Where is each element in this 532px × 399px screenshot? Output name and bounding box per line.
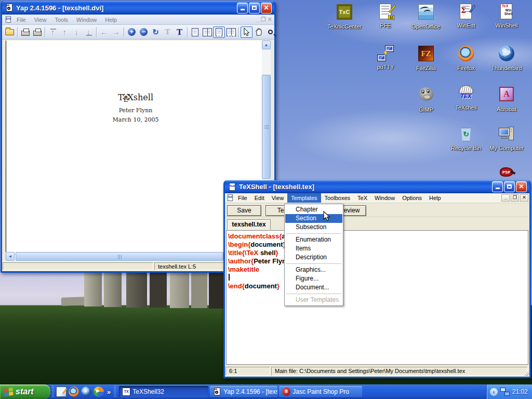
menu-item-enumeration[interactable]: Enumeration: [285, 235, 342, 244]
quicklaunch-show-desktop[interactable]: [56, 387, 66, 397]
texshell-menu-options[interactable]: Options: [398, 193, 425, 203]
menu-item-chapter[interactable]: Chapter: [285, 205, 342, 214]
forward-button[interactable]: →: [110, 26, 122, 38]
texshell-editor[interactable]: \documentclass{article}\begin{document}\…: [226, 230, 528, 365]
hand-tool-button[interactable]: [252, 26, 264, 38]
texshell-window: TeX TeXShell - [texshell.tex] ✕ TeX File…: [223, 180, 531, 378]
texshell-menu-help[interactable]: Help: [425, 193, 445, 203]
yap-mdi-buttons[interactable]: _❐✕: [256, 16, 272, 23]
yap-vscroll-thumb[interactable]: [262, 75, 271, 179]
zoom-out-button[interactable]: −: [138, 26, 150, 38]
scroll-up-button[interactable]: ▲: [262, 41, 271, 49]
magnifier-tool-button[interactable]: [264, 26, 276, 38]
select-pointer-button[interactable]: [241, 26, 252, 38]
mdi-close-icon: ✕: [268, 16, 272, 23]
yap-menu-window[interactable]: Window: [72, 16, 101, 24]
filezilla-icon: FZ: [417, 46, 435, 63]
desktop-icon-winshell[interactable]: TeXWin Shell WinShell: [483, 3, 530, 29]
texshell-menu-edit[interactable]: Edit: [251, 193, 268, 203]
code-line: [228, 274, 528, 282]
desktop-icon-thunderbird[interactable]: Thunderbird: [483, 45, 530, 71]
tab-texshell-tex[interactable]: texshell.tex: [227, 219, 271, 230]
menu-item-items[interactable]: Items: [285, 244, 342, 253]
texshell-menu-view[interactable]: View: [268, 193, 288, 203]
texshell-menu-toolboxes[interactable]: Toolboxes: [321, 193, 354, 203]
save-button[interactable]: Save: [227, 205, 261, 216]
print-button[interactable]: [19, 26, 31, 38]
yap-menu-view[interactable]: View: [30, 16, 51, 24]
ruler-tool-button[interactable]: T: [162, 26, 174, 38]
windows-logo-icon: [4, 387, 13, 396]
quicklaunch-media-player[interactable]: [94, 387, 104, 397]
quicklaunch-overflow-chevron[interactable]: »: [107, 388, 111, 396]
desktop-icon-pfe[interactable]: 32 PFE: [362, 3, 409, 29]
double-page-view-button[interactable]: [201, 26, 213, 38]
texshell-minimize-button[interactable]: [492, 181, 503, 192]
network-tray-icon[interactable]: [500, 388, 510, 396]
yap-minimize-button[interactable]: [237, 3, 248, 14]
desktop-icon-recycle-bin[interactable]: ↻ Recycle Bin: [443, 126, 489, 151]
desktop-icon-texniccenter[interactable]: TxC TeXnicCenter: [321, 3, 368, 30]
yap-status-left: [3, 262, 153, 270]
texshell-menu-templates[interactable]: Templates: [287, 193, 321, 203]
last-page-button[interactable]: ↓: [83, 26, 95, 38]
mdi-close-button[interactable]: ✕: [520, 194, 528, 202]
desktop-icon-acrobat[interactable]: A Acrobat: [483, 85, 530, 112]
yap-close-button[interactable]: ✕: [261, 3, 272, 14]
mouse-cursor: [323, 211, 330, 221]
tray-chevron-button[interactable]: ‹: [490, 388, 498, 396]
start-button[interactable]: start: [0, 384, 50, 399]
menu-item-subsection[interactable]: Subsection: [285, 223, 342, 232]
continuous-view-button[interactable]: [213, 26, 225, 38]
previous-page-button[interactable]: ↑: [59, 26, 71, 38]
quicklaunch-thunderbird[interactable]: [81, 387, 91, 397]
menu-item-document[interactable]: Document...: [285, 283, 342, 292]
single-page-view-button[interactable]: [189, 26, 201, 38]
continuous-double-view-button[interactable]: [225, 26, 237, 38]
first-page-button[interactable]: ↑: [47, 26, 59, 38]
print-setup-button[interactable]: [31, 26, 43, 38]
scroll-left-button[interactable]: ◄: [6, 252, 15, 261]
task-button-texshell32[interactable]: TX TeXShell32: [119, 386, 208, 397]
menu-item-figure[interactable]: Figure...: [285, 274, 342, 283]
texshell-task-icon: TX: [122, 388, 130, 396]
desktop-icon-putty[interactable]: puTTY: [362, 45, 409, 70]
texshell-maximize-button[interactable]: [504, 181, 515, 192]
menu-item-section[interactable]: Section: [285, 214, 342, 223]
text-tool-button[interactable]: T: [174, 26, 185, 38]
menu-item-user-templates: User Templates: [285, 296, 342, 304]
texshell-close-button[interactable]: ✕: [516, 181, 527, 192]
refresh-button[interactable]: ↻: [150, 26, 162, 38]
zoom-in-button[interactable]: +: [126, 26, 138, 38]
code-line: \title{\TeX shell}: [228, 249, 528, 257]
desktop-icon-firefox[interactable]: Firefox: [443, 45, 489, 71]
quicklaunch-firefox[interactable]: [69, 387, 79, 397]
next-page-button[interactable]: ↓: [71, 26, 83, 38]
yap-menu-tools[interactable]: Tools: [50, 16, 72, 24]
yap-maximize-button[interactable]: [249, 3, 260, 14]
yap-hscroll-thumb[interactable]: [16, 252, 223, 261]
menu-item-graphics[interactable]: Graphics...: [285, 265, 342, 274]
psp-task-icon: 8: [282, 388, 290, 396]
yap-menu-file[interactable]: File: [12, 16, 30, 24]
menu-separator: [286, 233, 341, 234]
back-button[interactable]: ←: [98, 26, 110, 38]
texshell-menu-file[interactable]: File: [234, 193, 251, 203]
texshell-menu-tex[interactable]: TeX: [354, 193, 371, 203]
yap-menu-help[interactable]: Help: [101, 16, 121, 24]
menu-item-description[interactable]: Description: [285, 253, 342, 262]
open-file-button[interactable]: [4, 26, 16, 38]
resize-grip[interactable]: [523, 370, 529, 376]
texshell-titlebar[interactable]: TeX TeXShell - [texshell.tex] ✕: [225, 180, 529, 193]
desktop-icon-texshell[interactable]: TEX TeXshell: [443, 85, 489, 111]
desktop-icon-my-computer[interactable]: My Computer: [483, 126, 530, 151]
task-button-paintshoppro[interactable]: 8 Jasc Paint Shop Pro: [279, 386, 362, 397]
yap-titlebar[interactable]: Yap 2.4.1596 - [texshell.dvi] ✕: [2, 1, 274, 15]
texshell-menu-window[interactable]: Window: [371, 193, 398, 203]
mdi-minimize-button[interactable]: _: [501, 194, 510, 202]
task-button-yap[interactable]: Yap 2.4.1596 - [texs...: [210, 386, 277, 397]
yap-task-icon: [213, 388, 221, 396]
desktop-icon-winedt[interactable]: Σ WinEdt: [443, 3, 489, 29]
code-line: \end{document}: [228, 282, 528, 290]
mdi-restore-button[interactable]: ❐: [511, 194, 519, 202]
